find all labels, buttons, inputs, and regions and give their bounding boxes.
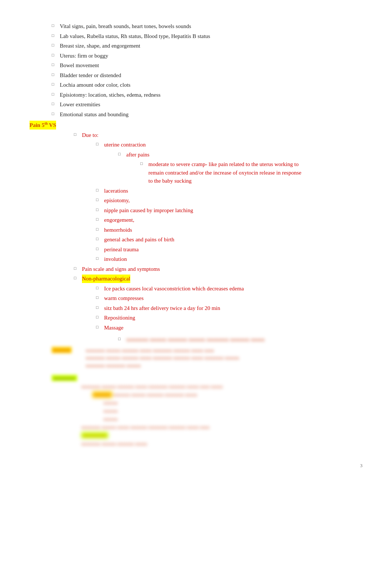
pain-heading-row: Pain 5th VS (30, 121, 362, 130)
bullet-icon: □ (96, 245, 104, 252)
list-item: □ Uterus: firm or boggy (52, 52, 362, 60)
bullet-icon: □ (118, 151, 126, 157)
page-number: 3 (30, 463, 362, 469)
general-aches-row: □ general aches and pains of birth (96, 235, 362, 244)
pain-scale-row: □ Pain scale and signs and symptoms (74, 265, 362, 273)
after-pains-desc-row: □ moderate to severe cramp- like pain re… (140, 160, 362, 185)
perineal-trauma-label: perineal trauma (104, 245, 139, 254)
uterine-contraction-label: uterine contraction (104, 141, 146, 149)
bullet-icon: □ (74, 275, 82, 281)
bullet-icon: □ (52, 81, 60, 87)
sitz-bath-row: □ sitz bath 24 hrs after delivery twice … (96, 304, 362, 313)
blurred-label-1: xxxxxxx (52, 347, 81, 353)
involution-row: □ involution (96, 255, 362, 263)
warm-compresses-label: warm compresses (104, 294, 144, 303)
bullet-icon: □ (96, 294, 104, 301)
list-item: □ Bladder tender or distended (52, 71, 362, 80)
massage-label: Massage (104, 324, 124, 332)
bullet-icon: □ (96, 314, 104, 320)
bullet-icon: □ (52, 22, 60, 29)
list-item: □ Lower extremities (52, 100, 362, 109)
list-item: □ Breast size, shape, and engorgement (52, 42, 362, 50)
list-item: □ Lochia amount odor color, clots (52, 81, 362, 89)
repositioning-row: □ Repositioning (96, 314, 362, 322)
top-bullet-list: □ Vital signs, pain, breath sounds, hear… (30, 22, 362, 118)
bullet-icon: □ (96, 284, 104, 291)
lacerations-label: lacerations (104, 187, 128, 195)
bullet-icon: □ (52, 61, 60, 68)
blurred-text-block-2: xxxxxxxx xxxxxx xxxxxxx xxxxx xxxxxxxx x… (81, 383, 266, 448)
blurred-item-1: □ xxxxxxxx xxxxxx xxxxxxx xxxxxx xxxxxxx… (118, 335, 362, 344)
after-pains-desc: moderate to severe cramp- like pain rela… (148, 160, 303, 185)
pain-scale-label: Pain scale and signs and symptoms (82, 265, 160, 273)
lacerations-row: □ lacerations (96, 187, 362, 195)
bullet-icon: □ (52, 42, 60, 48)
list-item: □ Bowel movement (52, 61, 362, 70)
bullet-icon: □ (74, 265, 82, 272)
uterine-contraction-row: □ uterine contraction (96, 141, 362, 149)
warm-compresses-row: □ warm compresses (96, 294, 362, 303)
nipple-pain-label: nipple pain caused by improper latching (104, 206, 193, 215)
after-pains-label: after pains (126, 151, 149, 159)
bullet-icon: □ (118, 335, 126, 342)
bullet-icon: □ (52, 32, 60, 39)
bullet-icon: □ (96, 216, 104, 223)
bullet-icon: □ (96, 255, 104, 262)
bullet-icon: □ (96, 187, 104, 193)
repositioning-label: Repositioning (104, 314, 135, 322)
blurred-text-1: xxxxxxxx xxxxxx xxxxxxx xxxxxx xxxxxxxx … (126, 335, 267, 344)
bullet-icon: □ (52, 52, 60, 58)
blurred-section-2: xxxxxxxxx xxxxxxxx xxxxxx xxxxxxx xxxxx … (52, 375, 362, 448)
bullet-icon: □ (96, 324, 104, 330)
non-pharm-label: Non-pharmacological (82, 275, 130, 283)
blurred-left-section: xxxxxxx xxxxxxxx xxxxxx xxxxxxx xxxxx xx… (52, 347, 362, 370)
hemorrhoids-row: □ hemorrhoids (96, 226, 362, 234)
hemorrhoids-label: hemorrhoids (104, 226, 132, 234)
bullet-icon: □ (96, 226, 104, 232)
blurred-text-block: xxxxxxxx xxxxxx xxxxxxx xxxxx xxxxxxxx x… (86, 347, 239, 370)
bullet-icon: □ (96, 196, 104, 203)
non-pharm-row: □ Non-pharmacological (74, 275, 362, 283)
bullet-icon: □ (96, 235, 104, 242)
bullet-icon: □ (74, 131, 82, 138)
general-aches-label: general aches and pains of birth (104, 235, 174, 244)
bullet-icon: □ (96, 141, 104, 147)
involution-label: involution (104, 255, 127, 263)
nipple-pain-row: □ nipple pain caused by improper latchin… (96, 206, 362, 215)
bullet-icon: □ (52, 71, 60, 78)
bullet-icon: □ (96, 206, 104, 213)
list-item: □ Episiotomy: location, stiches, edema, … (52, 91, 362, 99)
list-item: □ Vital signs, pain, breath sounds, hear… (52, 22, 362, 31)
after-pains-row: □ after pains (118, 151, 362, 159)
bullet-icon: □ (52, 100, 60, 107)
engorgement-label: engorgement, (104, 216, 134, 224)
list-item: □ Lab values, Rubella status, Rh status,… (52, 32, 362, 41)
due-to-label: Due to: (82, 131, 99, 139)
ice-packs-label: Ice packs causes local vasoconstriction … (104, 284, 244, 293)
bullet-icon: □ (52, 110, 60, 117)
massage-row: □ Massage (96, 324, 362, 332)
sitz-bath-label: sitz bath 24 hrs after delivery twice a … (104, 304, 220, 313)
perineal-trauma-row: □ perineal trauma (96, 245, 362, 254)
episiotomy-row: □ episiotomy, (96, 196, 362, 205)
bullet-icon: □ (52, 91, 60, 97)
episiotomy-label: episiotomy, (104, 196, 130, 205)
list-item: □ Emotional status and bounding (52, 110, 362, 119)
bullet-icon: □ (140, 160, 148, 167)
bullet-icon: □ (96, 304, 104, 311)
ice-packs-row: □ Ice packs causes local vasoconstrictio… (96, 284, 362, 293)
blurred-section: □ xxxxxxxx xxxxxx xxxxxxx xxxxxx xxxxxxx… (118, 335, 362, 344)
engorgement-row: □ engorgement, (96, 216, 362, 224)
due-to-row: □ Due to: (74, 131, 362, 139)
pain-heading: Pain 5th VS (30, 121, 56, 130)
